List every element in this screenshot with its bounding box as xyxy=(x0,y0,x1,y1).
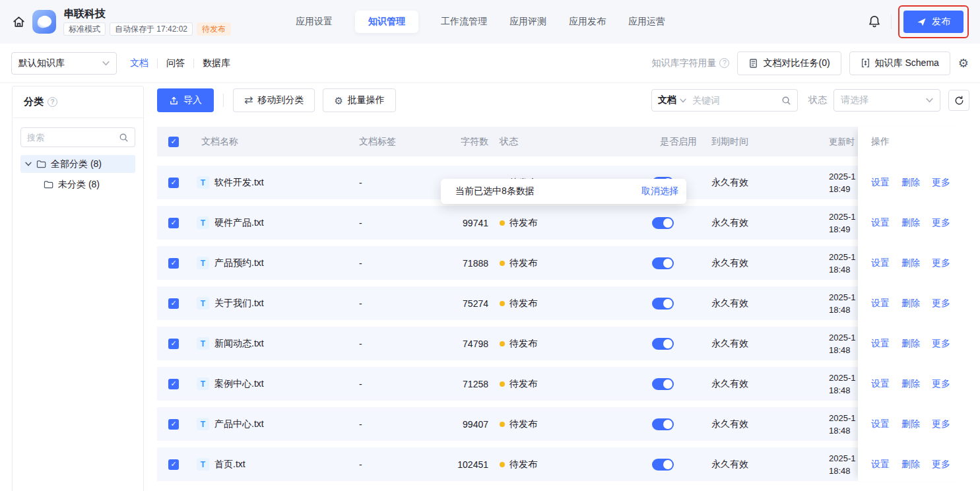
delete-link[interactable]: 删除 xyxy=(901,298,920,310)
col-header-enabled: 是否启用 xyxy=(640,136,700,148)
settings-link[interactable]: 设置 xyxy=(871,257,890,269)
refresh-button[interactable] xyxy=(948,90,969,111)
doc-type-select[interactable]: 文档 xyxy=(652,94,692,106)
more-link[interactable]: 更多 xyxy=(932,217,950,229)
enable-toggle[interactable] xyxy=(652,257,674,269)
search-icon[interactable] xyxy=(781,96,791,106)
chevron-down-icon[interactable] xyxy=(25,162,32,166)
enable-toggle[interactable] xyxy=(652,378,674,390)
publish-annotation-highlight: 发布 xyxy=(898,5,969,38)
table-row: T 产品预约.txt - 71888 待发布 永久有效 2025-1 18:48 xyxy=(157,246,969,280)
clear-selection-link[interactable]: 取消选择 xyxy=(641,185,678,197)
row-checkbox[interactable] xyxy=(168,459,179,470)
more-link[interactable]: 更多 xyxy=(932,459,950,471)
more-link[interactable]: 更多 xyxy=(932,298,950,310)
ops-fixed-column: 操作 设置删除更多设置删除更多设置删除更多设置删除更多设置删除更多设置删除更多设… xyxy=(858,127,969,481)
file-type-icon: T xyxy=(197,297,209,310)
status-filter-label: 状态 xyxy=(808,94,827,106)
select-all-checkbox[interactable] xyxy=(168,137,179,147)
file-type-icon: T xyxy=(197,176,209,189)
table-row: T 案例中心.txt - 71258 待发布 永久有效 2025-1 18:48 xyxy=(157,367,969,401)
enable-toggle[interactable] xyxy=(652,338,674,350)
expire-time: 永久有效 xyxy=(700,459,812,471)
doc-name: 软件开发.txt xyxy=(214,177,264,189)
settings-link[interactable]: 设置 xyxy=(871,418,890,430)
row-checkbox[interactable] xyxy=(168,258,179,269)
delete-link[interactable]: 删除 xyxy=(901,217,920,229)
nav-tab[interactable]: 应用评测 xyxy=(509,16,546,28)
status-dot xyxy=(500,220,505,226)
divider xyxy=(157,59,158,68)
home-icon[interactable] xyxy=(11,14,26,30)
delete-link[interactable]: 删除 xyxy=(901,378,920,390)
nav-tab[interactable]: 工作流管理 xyxy=(441,16,487,28)
nav-tab[interactable]: 应用设置 xyxy=(296,16,333,28)
publish-button[interactable]: 发布 xyxy=(903,11,964,33)
page: 串联科技 标准模式 自动保存于 17:42:02 待发布 应用设置知识管理工作流… xyxy=(0,0,980,491)
keyword-input[interactable] xyxy=(692,95,781,106)
kb-tab[interactable]: 数据库 xyxy=(203,57,230,69)
status-dot xyxy=(500,301,505,306)
category-search-input[interactable] xyxy=(27,133,119,143)
schema-button[interactable]: 知识库 Schema xyxy=(849,51,950,75)
settings-link[interactable]: 设置 xyxy=(871,459,890,471)
ops-row: 设置删除更多 xyxy=(858,286,969,320)
row-checkbox[interactable] xyxy=(168,379,179,389)
delete-link[interactable]: 删除 xyxy=(901,459,920,471)
expire-time: 永久有效 xyxy=(700,257,812,269)
nav-tab[interactable]: 应用运营 xyxy=(628,16,665,28)
notification-bell-icon[interactable] xyxy=(867,15,882,29)
enable-toggle[interactable] xyxy=(652,217,674,229)
settings-link[interactable]: 设置 xyxy=(871,378,890,390)
expire-time: 永久有效 xyxy=(700,298,812,310)
col-header-expire: 到期时间 xyxy=(700,136,812,148)
kb-settings-gear-icon[interactable]: ⚙ xyxy=(958,57,969,69)
nav-tab[interactable]: 知识管理 xyxy=(355,11,418,33)
kb-select[interactable]: 默认知识库 xyxy=(11,52,117,75)
enable-toggle[interactable] xyxy=(652,418,674,430)
row-checkbox[interactable] xyxy=(168,218,179,228)
import-button[interactable]: 导入 xyxy=(157,88,214,112)
category-help-icon[interactable]: ? xyxy=(48,97,57,107)
more-link[interactable]: 更多 xyxy=(932,257,950,269)
kb-tab[interactable]: 文档 xyxy=(130,57,148,69)
nav-tab[interactable]: 应用发布 xyxy=(569,16,606,28)
ops-row: 设置删除更多 xyxy=(858,407,969,441)
update-time: 2025-1 18:48 xyxy=(812,331,858,356)
upload-icon xyxy=(169,96,179,106)
tree-item-label: 未分类 (8) xyxy=(58,179,100,191)
enable-toggle[interactable] xyxy=(652,459,674,471)
more-link[interactable]: 更多 xyxy=(932,378,950,390)
app-title: 串联科技 xyxy=(63,8,231,20)
delete-link[interactable]: 删除 xyxy=(901,418,920,430)
settings-link[interactable]: 设置 xyxy=(871,217,890,229)
schema-icon xyxy=(861,58,870,68)
compare-tasks-button[interactable]: 文档对比任务(0) xyxy=(737,51,841,75)
settings-link[interactable]: 设置 xyxy=(871,338,890,350)
settings-link[interactable]: 设置 xyxy=(871,177,890,189)
kb-tab[interactable]: 问答 xyxy=(166,57,185,69)
more-link[interactable]: 更多 xyxy=(932,177,950,189)
delete-link[interactable]: 删除 xyxy=(901,257,920,269)
row-checkbox[interactable] xyxy=(168,339,179,349)
batch-actions-button[interactable]: ⚙ 批量操作 xyxy=(323,88,395,112)
refresh-icon xyxy=(954,95,965,106)
settings-link[interactable]: 设置 xyxy=(871,298,890,310)
move-to-category-button[interactable]: ⇄ 移动到分类 xyxy=(233,88,315,112)
status-filter-select[interactable]: 请选择 xyxy=(833,89,940,112)
more-link[interactable]: 更多 xyxy=(932,338,950,350)
char-count: 102451 xyxy=(451,459,492,470)
doc-tag: - xyxy=(355,218,451,228)
row-checkbox[interactable] xyxy=(168,419,179,430)
more-link[interactable]: 更多 xyxy=(932,418,950,430)
row-checkbox[interactable] xyxy=(168,298,179,309)
help-icon[interactable]: ? xyxy=(719,58,729,68)
enable-toggle[interactable] xyxy=(652,298,674,310)
tree-item[interactable]: 全部分类 (8) xyxy=(20,155,135,173)
delete-link[interactable]: 删除 xyxy=(901,338,920,350)
row-checkbox[interactable] xyxy=(168,178,179,188)
status-text: 待发布 xyxy=(509,378,537,390)
document-icon xyxy=(748,58,758,69)
delete-link[interactable]: 删除 xyxy=(901,177,920,189)
tree-item[interactable]: 未分类 (8) xyxy=(39,176,135,193)
